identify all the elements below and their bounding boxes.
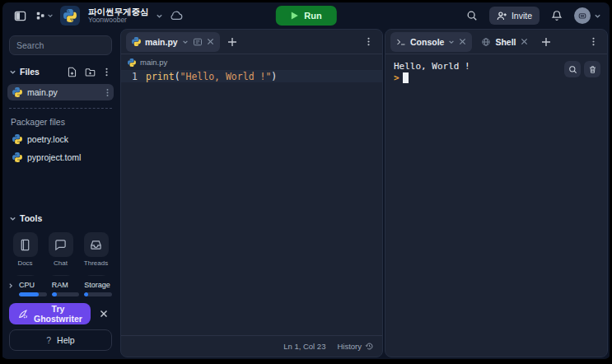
new-file-button[interactable]: [64, 64, 79, 79]
tool-docs[interactable]: Docs: [9, 232, 41, 267]
editor-pane-menu-button[interactable]: [359, 33, 377, 51]
divider: [9, 108, 112, 109]
python-file-icon: [128, 58, 136, 67]
files-menu-button[interactable]: [100, 64, 112, 79]
dots-grid-icon: [35, 10, 47, 21]
code-string: "Hello, World !": [180, 71, 272, 82]
docs-icon: [19, 239, 31, 251]
plus-icon: [541, 37, 551, 47]
code-editor[interactable]: 1 print("Hello, World !"): [121, 71, 382, 335]
quill-icon: [17, 309, 28, 320]
console-pane-menu-button[interactable]: [584, 33, 602, 51]
help-button[interactable]: ? Help: [9, 329, 112, 351]
file-name: pyproject.toml: [27, 152, 81, 162]
try-ghostwriter-button[interactable]: Try Ghostwriter: [9, 303, 91, 324]
run-label: Run: [304, 11, 321, 21]
trash-icon: [588, 65, 597, 74]
cursor-position[interactable]: Ln 1, Col 23: [283, 342, 325, 351]
left-sidebar: Files: [2, 29, 119, 357]
editor-layout-icon[interactable]: [193, 37, 203, 47]
breadcrumb-file: main.py: [140, 58, 167, 67]
file-item-poetry-lock[interactable]: poetry.lock: [7, 131, 114, 147]
project-avatar[interactable]: [60, 6, 80, 26]
search-icon: [466, 10, 478, 21]
prompt-char: >: [394, 72, 399, 83]
tab-shell[interactable]: Shell: [475, 32, 533, 52]
close-tab-icon[interactable]: [459, 38, 466, 45]
python-file-icon: [12, 134, 22, 144]
close-tab-icon[interactable]: [521, 38, 528, 45]
new-folder-button[interactable]: [82, 64, 97, 79]
chevron-down-icon: [594, 12, 601, 20]
chevron-down-icon[interactable]: [156, 12, 163, 20]
plus-icon: [227, 37, 237, 47]
ghostwriter-label: Try Ghostwriter: [34, 304, 82, 324]
editor-statusbar: Ln 1, Col 23 History: [121, 335, 382, 357]
bell-icon: [551, 10, 563, 21]
file-plus-icon: [67, 67, 77, 77]
breadcrumb[interactable]: main.py: [121, 54, 382, 71]
editor-tabbar: main.py: [121, 30, 382, 54]
chevron-down-icon[interactable]: [9, 68, 16, 76]
run-button[interactable]: Run: [275, 6, 336, 26]
console-output[interactable]: Hello, World ! >: [385, 54, 607, 357]
console-search-button[interactable]: [564, 61, 581, 77]
project-owner: Yoonwoober: [88, 16, 149, 24]
file-item-main-py[interactable]: main.py: [7, 84, 114, 100]
ram-meter[interactable]: RAM: [52, 281, 80, 296]
project-meta[interactable]: 파이썬무게중심 Yoonwoober: [88, 7, 149, 25]
kebab-menu-icon: [367, 36, 370, 47]
chevron-right-icon[interactable]: [7, 282, 14, 289]
tools-label: Tools: [20, 213, 42, 223]
top-header: 파이썬무게중심 Yoonwoober Run: [2, 2, 610, 29]
chat-bubble-icon: [54, 239, 67, 251]
terminal-icon: [396, 37, 406, 47]
global-search-button[interactable]: [463, 7, 481, 25]
kebab-menu-icon[interactable]: [106, 88, 109, 97]
play-icon: [290, 12, 298, 20]
file-name: main.py: [27, 87, 58, 97]
file-item-pyproject-toml[interactable]: pyproject.toml: [7, 149, 114, 166]
tab-main-py[interactable]: main.py: [126, 32, 220, 52]
tool-chat[interactable]: Chat: [44, 232, 77, 267]
dismiss-ghostwriter-button[interactable]: [96, 305, 112, 323]
invite-label: Invite: [512, 11, 532, 21]
apps-menu-button[interactable]: [35, 7, 54, 25]
files-label: Files: [20, 67, 40, 77]
panel-left-icon: [14, 10, 26, 22]
chevron-down-icon[interactable]: [9, 215, 16, 222]
console-tabbar: Console Shell: [385, 30, 607, 54]
tab-console[interactable]: Console: [390, 32, 472, 52]
new-tab-button[interactable]: [537, 33, 555, 51]
storage-meter[interactable]: Storage: [84, 281, 112, 296]
cpu-meter[interactable]: CPU: [19, 281, 47, 296]
history-button[interactable]: History: [337, 342, 374, 351]
code-line-1: 1 print("Hello, World !"): [121, 71, 382, 82]
shell-globe-icon: [481, 37, 491, 47]
user-avatar: [574, 7, 591, 24]
person-plus-icon: [497, 11, 507, 21]
chevron-down-icon[interactable]: [182, 39, 189, 45]
console-clear-button[interactable]: [584, 61, 600, 77]
question-mark-icon: ?: [46, 335, 51, 345]
history-icon: [365, 342, 374, 351]
invite-button[interactable]: Invite: [489, 7, 540, 25]
python-file-icon: [12, 152, 22, 162]
cloud-status-icon[interactable]: [170, 11, 183, 21]
chevron-down-icon: [47, 12, 54, 19]
notifications-button[interactable]: [548, 7, 566, 25]
editor-pane: main.py: [120, 29, 383, 357]
sidebar-bottom-stack: CPU RAM Storage: [2, 276, 119, 357]
sidebar-toggle-button[interactable]: [11, 7, 29, 25]
tool-threads[interactable]: Threads: [80, 232, 112, 267]
folder-plus-icon: [85, 67, 96, 77]
search-icon: [568, 65, 577, 74]
chevron-down-icon[interactable]: [448, 39, 455, 45]
new-tab-button[interactable]: [223, 33, 241, 51]
tab-label: main.py: [145, 37, 178, 47]
line-number: 1: [121, 71, 146, 82]
help-label: Help: [57, 335, 75, 345]
search-input[interactable]: [9, 35, 112, 55]
account-menu[interactable]: [574, 7, 601, 24]
close-tab-icon[interactable]: [207, 38, 214, 45]
